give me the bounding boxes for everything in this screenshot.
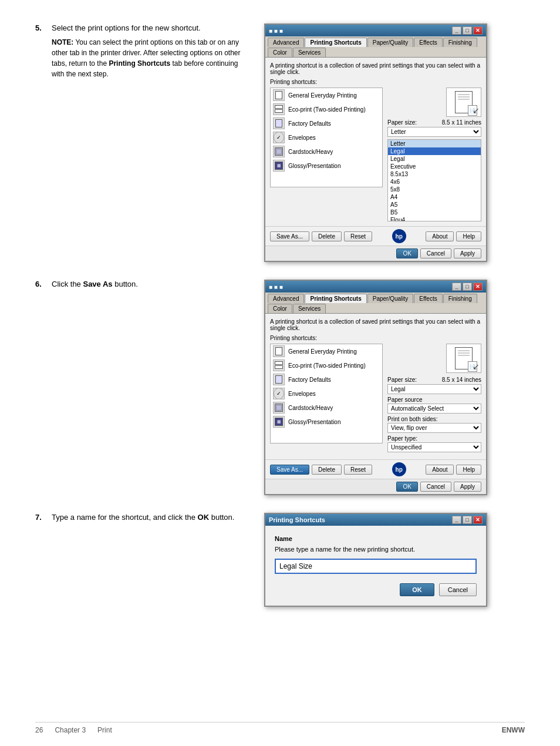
titlebar-buttons-2: _ □ ✕ bbox=[452, 283, 483, 291]
shortcut2-item-6[interactable]: ▦ Glossy/Presentation bbox=[271, 415, 382, 429]
dialog2-titlebar: ■ ■ ■ _ □ ✕ bbox=[265, 281, 486, 293]
tab-effects[interactable]: Effects bbox=[414, 38, 442, 47]
paper-size-dropdown-1[interactable]: Letter bbox=[387, 127, 481, 137]
tab2-paper-quality[interactable]: Paper/Quality bbox=[367, 294, 414, 303]
paper-item-b5[interactable]: B5 bbox=[388, 209, 481, 216]
tab-finishing[interactable]: Finishing bbox=[443, 38, 477, 47]
tab2-color[interactable]: Color bbox=[268, 304, 292, 313]
cancel-button-1[interactable]: Cancel bbox=[420, 248, 451, 258]
reset-button-2[interactable]: Reset bbox=[344, 465, 372, 475]
maximize-btn-2[interactable]: □ bbox=[463, 283, 472, 291]
paper-item-legal2[interactable]: Legal bbox=[388, 155, 481, 163]
shortcut-icon-5 bbox=[273, 146, 285, 157]
delete-button-1[interactable]: Delete bbox=[312, 231, 342, 241]
step-7-screenshot: Printing Shortcuts _ □ ✕ Name Please typ… bbox=[264, 513, 493, 607]
paper-item-8513[interactable]: 8.5x13 bbox=[388, 170, 481, 178]
shortcut2-label-6: Glossy/Presentation bbox=[288, 419, 341, 425]
tab-advanced[interactable]: Advanced bbox=[268, 38, 304, 47]
shortcut-item-3[interactable]: Factory Defaults bbox=[271, 116, 382, 130]
shortcut-icon-2 bbox=[273, 103, 285, 115]
minimize-btn-3[interactable]: _ bbox=[452, 516, 461, 524]
shortcut2-item-1[interactable]: General Everyday Printing bbox=[271, 344, 382, 358]
shortcut2-icon-6: ▦ bbox=[273, 416, 285, 428]
paper-item-4x6[interactable]: 4x6 bbox=[388, 178, 481, 186]
maximize-btn-3[interactable]: □ bbox=[463, 516, 472, 524]
dialog1-bottom: OK Cancel Apply bbox=[265, 246, 486, 261]
minimize-btn-2[interactable]: _ bbox=[452, 283, 461, 291]
reset-button-1[interactable]: Reset bbox=[344, 231, 372, 241]
ok-button-1[interactable]: OK bbox=[396, 248, 417, 258]
step-5-text: 5. Select the print options for the new … bbox=[35, 23, 252, 262]
paper-item-a5[interactable]: A5 bbox=[388, 201, 481, 209]
apply-button-2[interactable]: Apply bbox=[454, 482, 481, 492]
shortcuts-list-2[interactable]: General Everyday Printing bbox=[270, 344, 383, 443]
minimize-btn[interactable]: _ bbox=[452, 26, 461, 35]
footer-enww: ENWW bbox=[502, 726, 525, 734]
footer-page-number: 26 bbox=[35, 726, 43, 734]
tab2-effects[interactable]: Effects bbox=[414, 294, 442, 303]
shortcut2-item-2[interactable]: Eco-print (Two-sided Printing) bbox=[271, 358, 382, 372]
paper-size-dropdown-2[interactable]: Legal bbox=[387, 384, 481, 394]
paper-item-flou[interactable]: Flou4 bbox=[388, 216, 481, 221]
cancel-button-2[interactable]: Cancel bbox=[420, 482, 451, 492]
shortcut-item-2[interactable]: Eco-print (Two-sided Printing) bbox=[271, 102, 382, 116]
dialog3-titlebar: Printing Shortcuts _ □ ✕ bbox=[265, 514, 486, 526]
shortcuts-list-1[interactable]: General Everyday Printing bbox=[270, 88, 383, 187]
close-btn-3[interactable]: ✕ bbox=[473, 516, 483, 524]
ps-cancel-button[interactable]: Cancel bbox=[439, 583, 477, 596]
shortcut2-icon-1 bbox=[273, 345, 285, 357]
flip-dropdown[interactable]: View, flip over bbox=[387, 423, 481, 433]
save-as-button-2[interactable]: Save As... bbox=[270, 465, 309, 475]
about-button-1[interactable]: About bbox=[426, 231, 454, 241]
flip-label: Print on both sides: bbox=[387, 416, 481, 422]
about-button-2[interactable]: About bbox=[426, 465, 454, 475]
help-button-2[interactable]: Help bbox=[456, 465, 481, 475]
shortcut2-item-5[interactable]: Cardstock/Heavy bbox=[271, 401, 382, 415]
tab2-services[interactable]: Services bbox=[293, 304, 326, 313]
tab-color[interactable]: Color bbox=[268, 48, 292, 57]
close-btn-2[interactable]: ✕ bbox=[473, 283, 483, 291]
shortcut-name-input[interactable] bbox=[275, 559, 477, 574]
paper-item-letter[interactable]: Letter bbox=[388, 140, 481, 147]
paper-item-a4[interactable]: A4 bbox=[388, 193, 481, 201]
shortcut-item-4[interactable]: ✓ Envelopes bbox=[271, 130, 382, 145]
tab2-advanced[interactable]: Advanced bbox=[268, 294, 304, 303]
tab2-finishing[interactable]: Finishing bbox=[443, 294, 477, 303]
dialog2-layout: General Everyday Printing bbox=[270, 344, 481, 455]
apply-button-1[interactable]: Apply bbox=[454, 248, 481, 258]
ps-ok-button[interactable]: OK bbox=[400, 583, 434, 596]
maximize-btn[interactable]: □ bbox=[463, 26, 472, 35]
preview-area-2: 📄 ↙ bbox=[446, 344, 481, 373]
step-7-heading-suffix: button. bbox=[209, 513, 234, 522]
help-button-1[interactable]: Help bbox=[456, 231, 481, 241]
dialog1-tabs: Advanced Printing Shortcuts Paper/Qualit… bbox=[265, 36, 486, 58]
dialog1-title: ■ ■ ■ bbox=[269, 28, 283, 34]
close-btn[interactable]: ✕ bbox=[473, 26, 483, 35]
tab2-printing-shortcuts[interactable]: Printing Shortcuts bbox=[305, 294, 366, 303]
shortcut-label-2: Eco-print (Two-sided Printing) bbox=[288, 106, 366, 113]
shortcut2-icon-4: ✓ bbox=[273, 388, 285, 399]
tab-services[interactable]: Services bbox=[293, 48, 326, 57]
shortcut2-item-4[interactable]: ✓ Envelopes bbox=[271, 387, 382, 401]
paper-item-legal[interactable]: Legal bbox=[388, 147, 481, 155]
printer-dialog-2: ■ ■ ■ _ □ ✕ Advanced Printing Shortcuts … bbox=[264, 280, 487, 495]
save-as-button-1[interactable]: Save As... bbox=[270, 231, 309, 241]
shortcut-item-5[interactable]: Cardstock/Heavy bbox=[271, 145, 382, 159]
hp-logo-1: hp bbox=[392, 229, 406, 243]
paper-list-1[interactable]: Letter Legal Legal Executive 8.5x13 4x6 … bbox=[387, 139, 481, 221]
paper-type-dropdown[interactable]: Unspecified bbox=[387, 442, 481, 452]
paper-type-row: Paper type: Unspecified bbox=[387, 435, 481, 452]
paper-source-dropdown[interactable]: Automatically Select bbox=[387, 404, 481, 414]
step-7-content: Type a name for the shortcut, and click … bbox=[52, 513, 252, 526]
delete-button-2[interactable]: Delete bbox=[312, 465, 342, 475]
shortcut-item-1[interactable]: General Everyday Printing bbox=[271, 88, 382, 102]
tab-printing-shortcuts[interactable]: Printing Shortcuts bbox=[305, 38, 366, 47]
shortcut-item-6[interactable]: ▦ Glossy/Presentation bbox=[271, 159, 382, 173]
step-5-note: NOTE: You can select the print options o… bbox=[52, 37, 252, 79]
tab-paper-quality[interactable]: Paper/Quality bbox=[367, 38, 414, 47]
shortcut2-item-3[interactable]: Factory Defaults bbox=[271, 372, 382, 387]
paper-item-executive[interactable]: Executive bbox=[388, 163, 481, 170]
paper-item-5x8[interactable]: 5x8 bbox=[388, 186, 481, 193]
ok-button-2[interactable]: OK bbox=[396, 482, 417, 492]
step-5-section: 5. Select the print options for the new … bbox=[35, 23, 525, 262]
